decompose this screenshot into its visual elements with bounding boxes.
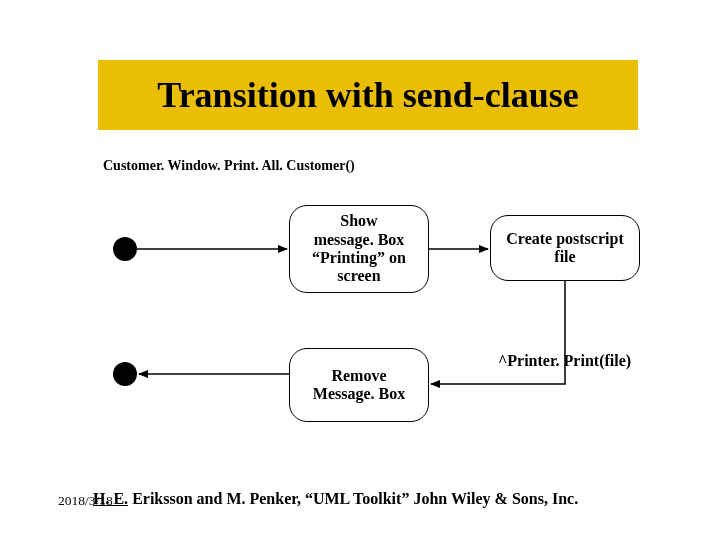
- state-show-messagebox-label: Show message. Box “Printing” on screen: [312, 212, 406, 286]
- citation-prefix: H. E.: [93, 490, 128, 507]
- state-create-postscript-label: Create postscript file: [506, 230, 623, 267]
- citation-rest: Eriksson and M. Penker, “UML Toolkit” Jo…: [128, 490, 578, 507]
- title-bar: Transition with send-clause: [98, 60, 638, 130]
- initial-state-bottom: [113, 362, 137, 386]
- send-action-label: ^Printer. Print(file): [498, 352, 631, 370]
- state-create-postscript: Create postscript file: [490, 215, 640, 281]
- citation-footer: H. E. Eriksson and M. Penker, “UML Toolk…: [93, 490, 578, 508]
- slide-title: Transition with send-clause: [157, 74, 578, 116]
- state-show-messagebox: Show message. Box “Printing” on screen: [289, 205, 429, 293]
- state-remove-messagebox-label: Remove Message. Box: [313, 367, 405, 404]
- slide: Transition with send-clause Customer. Wi…: [0, 0, 720, 540]
- trigger-event-label: Customer. Window. Print. All. Customer(): [103, 158, 355, 174]
- initial-state-top: [113, 237, 137, 261]
- state-remove-messagebox: Remove Message. Box: [289, 348, 429, 422]
